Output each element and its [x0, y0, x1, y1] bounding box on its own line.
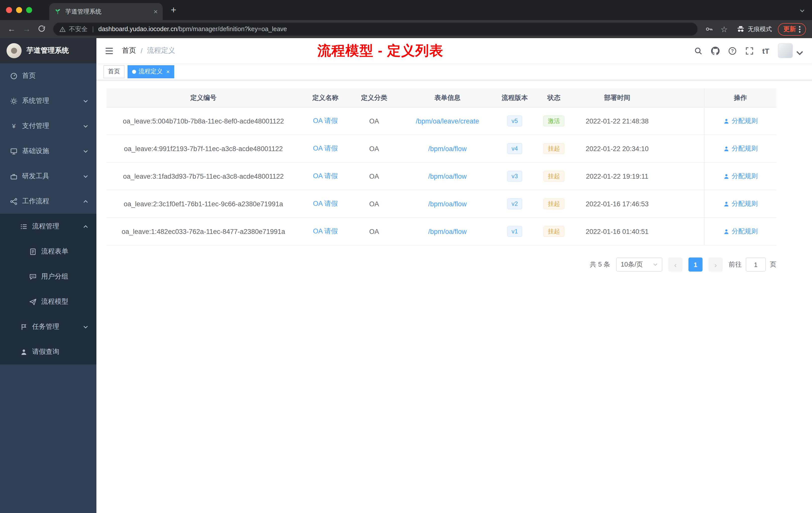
sidebar-item-process-form[interactable]: 流程表单 — [0, 239, 96, 264]
assign-rule-link[interactable]: 分配规则 — [723, 227, 758, 236]
version-badge: v1 — [507, 226, 522, 237]
back-button[interactable]: ← — [5, 23, 18, 36]
avatar[interactable] — [778, 43, 793, 58]
person-icon — [723, 201, 730, 207]
close-window-button[interactable] — [6, 7, 12, 13]
form-link[interactable]: /bpm/oa/flow — [428, 200, 466, 208]
tag-process-definition[interactable]: 流程定义 × — [127, 65, 174, 78]
form-link[interactable]: /bpm/oa/leave/create — [416, 117, 479, 125]
assign-rule-link[interactable]: 分配规则 — [723, 199, 758, 208]
sidebar-item-system[interactable]: 系统管理 — [0, 88, 96, 114]
navbar: 首页 / 流程定义 流程模型 - 定义列表 ? — [96, 38, 812, 63]
col-time: 部署时间 — [576, 93, 659, 102]
paper-plane-icon — [29, 298, 37, 305]
password-key-button[interactable] — [702, 23, 716, 36]
reload-button[interactable] — [35, 23, 48, 36]
user-group-icon — [29, 273, 37, 280]
tab-close-icon[interactable]: × — [154, 7, 158, 16]
user-menu[interactable] — [778, 43, 804, 58]
deploy-time: 2022-01-22 20:34:10 — [576, 145, 659, 152]
browser-menu-icon[interactable] — [799, 26, 801, 32]
sidebar-item-process-management[interactable]: 流程管理 — [0, 214, 96, 239]
search-icon[interactable] — [694, 47, 702, 55]
prev-page-button[interactable]: ‹ — [668, 258, 683, 272]
tab-search-chevron-icon[interactable] — [800, 8, 805, 13]
chevron-down-icon — [653, 262, 658, 267]
forward-button[interactable]: → — [20, 23, 33, 36]
hamburger-icon[interactable] — [105, 46, 114, 56]
active-tag-dot — [132, 69, 136, 73]
table-row: oa_leave:5:004b710b-7b8a-11ec-8ef0-acde4… — [107, 108, 776, 135]
assign-rule-link[interactable]: 分配规则 — [723, 117, 758, 125]
col-id: 定义编号 — [107, 93, 300, 102]
window-controls — [6, 7, 32, 13]
browser-update-button[interactable]: 更新 — [778, 23, 806, 35]
definition-name-link[interactable]: OA 请假 — [313, 144, 338, 153]
col-status: 状态 — [532, 93, 576, 102]
goto-page: 前往 页 — [729, 258, 776, 272]
page-size-select[interactable]: 10条/页 — [616, 258, 662, 272]
sidebar-item-workflow[interactable]: 工作流程 — [0, 189, 96, 214]
page-content: 定义编号 定义名称 定义分类 表单信息 流程版本 状态 部署时间 操作 oa_l… — [96, 80, 812, 513]
sidebar-item-task-management[interactable]: 任务管理 — [0, 314, 96, 339]
navbar-actions: ? tT — [694, 43, 804, 58]
form-link[interactable]: /bpm/oa/flow — [428, 173, 466, 180]
sidebar-item-devtools[interactable]: 研发工具 — [0, 163, 96, 189]
browser-tab[interactable]: 芋道管理系统 × — [49, 3, 163, 20]
sidebar-item-payment[interactable]: ¥ 支付管理 — [0, 114, 96, 139]
person-icon — [723, 118, 730, 124]
minimize-window-button[interactable] — [16, 7, 22, 13]
definition-id: oa_leave:1:482ec033-762a-11ec-8477-a2380… — [107, 228, 300, 235]
incognito-icon — [737, 25, 745, 33]
dashboard-icon — [10, 72, 18, 80]
table-row: oa_leave:4:991f2193-7b7f-11ec-a3c8-acde4… — [107, 135, 776, 163]
tag-home[interactable]: 首页 — [104, 65, 124, 78]
chevron-up-icon — [83, 223, 88, 229]
zoom-window-button[interactable] — [26, 7, 32, 13]
font-size-icon[interactable]: tT — [762, 47, 769, 55]
breadcrumb-home[interactable]: 首页 — [122, 46, 136, 55]
gear-icon — [10, 97, 18, 105]
monitor-icon — [10, 147, 18, 155]
address-bar[interactable]: 不安全 | dashboard.yudao.iocoder.cn/bpm/man… — [53, 23, 697, 36]
new-tab-button[interactable]: + — [171, 4, 176, 16]
form-link[interactable]: /bpm/oa/flow — [428, 145, 466, 152]
goto-page-input[interactable] — [746, 258, 766, 272]
url-text[interactable]: dashboard.yudao.iocoder.cn/bpm/manager/d… — [98, 26, 287, 33]
definition-name-link[interactable]: OA 请假 — [313, 227, 338, 236]
definition-category: OA — [350, 228, 398, 235]
chevron-down-icon — [83, 98, 88, 104]
status-badge: 挂起 — [543, 171, 564, 182]
sidebar-item-user-group[interactable]: 用户分组 — [0, 264, 96, 289]
svg-text:?: ? — [731, 48, 734, 53]
help-icon[interactable]: ? — [728, 47, 737, 55]
definition-category: OA — [350, 173, 398, 180]
fullscreen-icon[interactable] — [745, 47, 754, 55]
logo-avatar — [6, 43, 22, 58]
sidebar-logo[interactable]: 芋道管理系统 — [0, 38, 96, 63]
sidebar-item-infrastructure[interactable]: 基础设施 — [0, 139, 96, 163]
definition-name-link[interactable]: OA 请假 — [313, 117, 338, 125]
form-link[interactable]: /bpm/oa/flow — [428, 228, 466, 235]
bookmark-star-button[interactable]: ☆ — [718, 23, 731, 36]
tab-strip: 芋道管理系统 × + — [0, 0, 812, 20]
security-label[interactable]: 不安全 — [69, 25, 88, 33]
definition-category: OA — [350, 117, 398, 125]
github-icon[interactable] — [711, 47, 720, 55]
col-action: 操作 — [704, 88, 776, 107]
definition-table: 定义编号 定义名称 定义分类 表单信息 流程版本 状态 部署时间 操作 oa_l… — [107, 88, 776, 245]
sidebar-item-home[interactable]: 首页 — [0, 63, 96, 88]
next-page-button[interactable]: › — [708, 258, 723, 272]
page-1-button[interactable]: 1 — [689, 258, 702, 272]
incognito-badge: 无痕模式 — [737, 25, 772, 33]
assign-rule-link[interactable]: 分配规则 — [723, 144, 758, 153]
browser-window: 芋道管理系统 × + ← → 不安全 | dashboard.yudao.ioc… — [0, 0, 812, 513]
browser-toolbar: ← → 不安全 | dashboard.yudao.iocoder.cn/bpm… — [0, 20, 812, 38]
definition-name-link[interactable]: OA 请假 — [313, 199, 338, 208]
definition-name-link[interactable]: OA 请假 — [313, 172, 338, 181]
sidebar-item-leave-query[interactable]: 请假查询 — [0, 339, 96, 364]
sidebar-item-process-model[interactable]: 流程模型 — [0, 289, 96, 314]
tag-close-icon[interactable]: × — [166, 68, 170, 75]
assign-rule-link[interactable]: 分配规则 — [723, 172, 758, 181]
status-badge: 挂起 — [543, 226, 564, 237]
